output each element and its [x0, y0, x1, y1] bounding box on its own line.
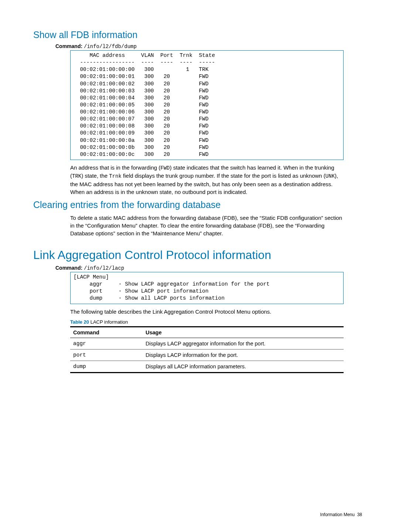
col-command: Command — [70, 327, 143, 338]
heading-lacp-info: Link Aggregation Control Protocol inform… — [33, 248, 366, 262]
heading-show-all-fdb: Show all FDB information — [33, 30, 366, 40]
command-label: Command: — [55, 265, 82, 271]
footer-section: Information Menu — [320, 512, 355, 517]
table-row: portDisplays LACP information for the po… — [70, 349, 344, 361]
table-row: dumpDisplays all LACP information parame… — [70, 361, 344, 372]
command-line-lacp: Command: /info/l2/lacp — [55, 265, 366, 271]
cell-command: port — [70, 349, 143, 361]
paragraph-text: An address that is in the forwarding ( — [70, 164, 160, 171]
paragraph-text: field displays the trunk group number. I… — [122, 173, 325, 179]
lacp-info-table: Command Usage aggrDisplays LACP aggregat… — [70, 326, 344, 373]
table-title: LACP information — [89, 319, 128, 325]
cell-usage: Displays LACP aggregator information for… — [143, 338, 344, 349]
page-footer: Information Menu 38 — [320, 512, 362, 517]
footer-page: 38 — [357, 512, 362, 517]
fdb-dump-output: MAC address VLAN Port Trnk State -------… — [70, 50, 344, 160]
inline-code: Trnk — [109, 173, 122, 179]
table-row: aggrDisplays LACP aggregator information… — [70, 338, 344, 349]
cell-command: aggr — [70, 338, 143, 349]
lacp-table-intro: The following table describes the Link A… — [70, 308, 344, 316]
lacp-menu-output: [LACP Menu] aggr - Show LACP aggregator … — [70, 272, 344, 304]
table-number: Table 20 — [70, 319, 89, 325]
inline-code: TRK — [72, 173, 81, 179]
cell-command: dump — [70, 361, 143, 372]
command-line-fdb: Command: /info/l2/fdb/dump — [55, 43, 366, 50]
table-header-row: Command Usage — [70, 327, 344, 338]
inline-code: UNK — [325, 173, 335, 179]
command-text: /info/l2/lacp — [84, 265, 124, 271]
table-caption: Table 20 LACP information — [70, 319, 344, 325]
clearing-entries-paragraph: To delete a static MAC address from the … — [70, 214, 344, 237]
col-usage: Usage — [143, 327, 344, 338]
cell-usage: Displays LACP information for the port. — [143, 349, 344, 361]
heading-clearing-entries: Clearing entries from the forwarding dat… — [33, 200, 366, 210]
inline-code: FWD — [160, 165, 170, 171]
fdb-explanation-paragraph: An address that is in the forwarding (FW… — [70, 164, 344, 196]
command-text: /info/l2/fdb/dump — [84, 44, 137, 50]
command-label: Command: — [55, 43, 82, 49]
paragraph-text: ) state, the — [81, 173, 109, 179]
cell-usage: Displays all LACP information parameters… — [143, 361, 344, 372]
